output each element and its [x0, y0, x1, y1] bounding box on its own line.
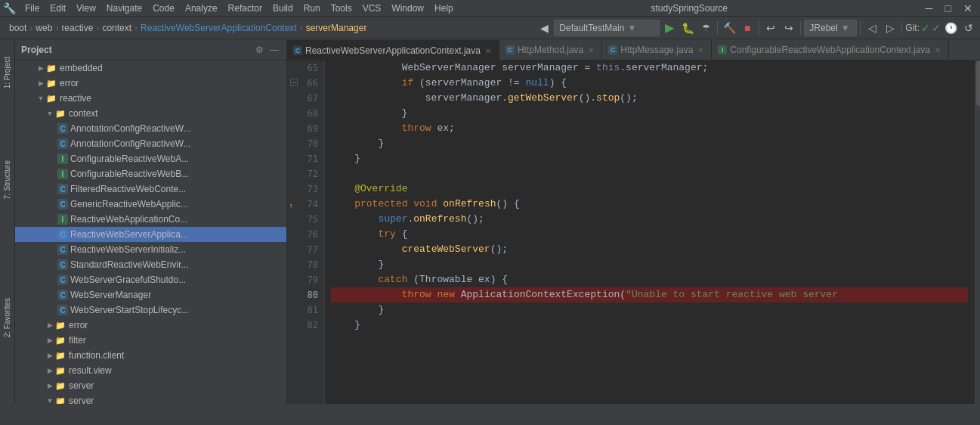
line-82: 82 — [287, 318, 324, 333]
menu-vcs[interactable]: VCS — [358, 2, 386, 15]
back-button[interactable]: ◀ — [536, 20, 552, 36]
next-button[interactable]: ▷ — [882, 20, 898, 36]
coverage-button[interactable]: ☂ — [697, 20, 714, 36]
tab-bar: C ReactiveWebServerApplicationContext.ja… — [287, 39, 980, 60]
toolbar-sep-5 — [901, 21, 902, 35]
tree-item-filter[interactable]: ▶ 📁 filter — [15, 333, 286, 348]
menu-edit[interactable]: Edit — [45, 2, 70, 15]
tree-item-error[interactable]: ▶ 📁 error — [15, 318, 286, 333]
menu-navigate[interactable]: Navigate — [102, 2, 147, 15]
close-button[interactable]: ✕ — [959, 2, 977, 14]
build-button[interactable]: 🔨 — [721, 20, 737, 36]
panel-settings-icon[interactable]: ⚙ — [253, 44, 265, 56]
tab-reactive-context[interactable]: C ReactiveWebServerApplicationContext.ja… — [287, 40, 499, 60]
menu-code[interactable]: Code — [148, 2, 179, 15]
run-config-dropdown[interactable]: DefaultTestMain ▼ — [554, 20, 660, 36]
side-icons-left: 1: Project 7: Structure 2: Favorites — [0, 39, 15, 404]
fold-66-icon[interactable]: − — [290, 79, 298, 86]
structure-tab-icon[interactable]: 7: Structure — [1, 150, 14, 210]
code-line-75: super.onRefresh(); — [331, 212, 968, 227]
tree-item-file-3[interactable]: I ConfigurableReactiveWebB... — [15, 166, 286, 181]
tree-arrow-filter: ▶ — [45, 337, 54, 344]
menu-file[interactable]: File — [20, 2, 44, 15]
tree-item-result[interactable]: ▶ 📁 result.view — [15, 363, 286, 378]
tree-item-file-5[interactable]: C GenericReactiveWebApplic... — [15, 197, 286, 212]
tree-item-file-11[interactable]: C WebServerManager — [15, 287, 286, 302]
tree-item-error-top[interactable]: ▶ 📁 error — [15, 76, 286, 91]
git-history-button[interactable]: 🕐 — [942, 20, 959, 36]
java-c-icon-7: C — [57, 229, 68, 240]
tab-httpmessage[interactable]: C HttpMessage.java ✕ — [602, 40, 712, 60]
line-77: 77 — [287, 242, 324, 257]
tree-item-file-9[interactable]: C StandardReactiveWebEnvir... — [15, 257, 286, 272]
code-editor: 65 66 − 67 68 69 70 71 72 73 74 ↑ 75 76 … — [287, 60, 980, 404]
tree-item-file-8[interactable]: C ReactiveWebServerInitializ... — [15, 242, 286, 257]
folder-icon-reactive: 📁 — [45, 92, 57, 104]
stop-button[interactable]: ■ — [739, 20, 756, 36]
tree-item-file-6[interactable]: I ReactiveWebApplicationCo... — [15, 212, 286, 227]
tab-close-2[interactable]: ✕ — [696, 46, 705, 54]
code-line-79: catch (Throwable ex) { — [331, 272, 968, 287]
breadcrumb-class[interactable]: ReactiveWebServerApplicationContext — [141, 23, 297, 33]
menu-refactor[interactable]: Refactor — [224, 2, 267, 15]
menu-help[interactable]: Help — [430, 2, 458, 15]
tab-configurable[interactable]: I ConfigurableReactiveWebApplicationCont… — [712, 40, 949, 60]
java-c-icon-5: C — [57, 199, 68, 209]
tab-httpmethod[interactable]: C HttpMethod.java ✕ — [499, 40, 602, 60]
tree-item-server2[interactable]: ▼ 📁 server — [15, 393, 286, 404]
tree-item-file-2[interactable]: I ConfigurableReactiveWebA... — [15, 151, 286, 166]
menu-window[interactable]: Window — [387, 2, 428, 15]
prev-button[interactable]: ◁ — [864, 20, 880, 36]
git-revert-button[interactable]: ↺ — [960, 20, 977, 36]
java-c-icon-10: C — [57, 275, 68, 285]
menu-tools[interactable]: Tools — [326, 2, 357, 15]
tree-item-server[interactable]: ▶ 📁 server — [15, 378, 286, 393]
code-line-76: try { — [331, 227, 968, 242]
jrebel-dropdown[interactable]: JRebel ▼ — [804, 20, 857, 36]
favorites-tab-icon[interactable]: 2: Favorites — [1, 287, 14, 348]
tree-item-file-7[interactable]: C ReactiveWebServerApplica... — [15, 227, 286, 242]
line-number-gutter: 65 66 − 67 68 69 70 71 72 73 74 ↑ 75 76 … — [287, 60, 325, 404]
tab-label-1: HttpMethod.java — [518, 45, 583, 55]
tree-item-file-0[interactable]: C AnnotationConfigReactiveW... — [15, 121, 286, 136]
breadcrumb-web[interactable]: web — [36, 23, 52, 33]
tree-arrow-embedded: ▶ — [36, 64, 45, 72]
code-content[interactable]: WebServerManager serverManager = this.se… — [325, 60, 974, 404]
breadcrumb-method[interactable]: serverManager — [306, 23, 367, 33]
tab-close-0[interactable]: ✕ — [484, 47, 493, 55]
panel-collapse-icon[interactable]: — — [268, 44, 280, 56]
tree-item-function[interactable]: ▶ 📁 function.client — [15, 348, 286, 363]
code-line-65: WebServerManager serverManager = this.se… — [331, 60, 968, 76]
menu-run[interactable]: Run — [299, 2, 325, 15]
scrollbar-thumb[interactable] — [976, 60, 980, 106]
line-78: 78 — [287, 257, 324, 272]
git-check-icon: ✓ — [921, 22, 930, 34]
tree-item-file-10[interactable]: C WebServerGracefulShutdo... — [15, 272, 286, 287]
line-74: 74 ↑ — [287, 197, 324, 212]
tree-item-embedded[interactable]: ▶ 📁 embedded — [15, 60, 286, 76]
tab-close-3[interactable]: ✕ — [933, 46, 942, 54]
code-line-70: } — [331, 136, 968, 151]
breadcrumb-context[interactable]: context — [102, 23, 131, 33]
run-button[interactable]: ▶ — [661, 20, 678, 36]
tree-item-context[interactable]: ▼ 📁 context — [15, 106, 286, 121]
tree-arrow-result: ▶ — [45, 367, 54, 374]
menu-build[interactable]: Build — [268, 2, 298, 15]
breadcrumb-reactive[interactable]: reactive — [61, 23, 93, 33]
undo-button[interactable]: ↩ — [762, 20, 779, 36]
debug-button[interactable]: 🐛 — [679, 20, 696, 36]
tab-close-1[interactable]: ✕ — [586, 46, 595, 54]
tree-item-reactive[interactable]: ▼ 📁 reactive — [15, 91, 286, 106]
breadcrumb-boot[interactable]: boot — [9, 23, 26, 33]
panel-title: Project — [21, 45, 250, 55]
redo-button[interactable]: ↪ — [781, 20, 797, 36]
project-tab-icon[interactable]: 1: Project — [0, 42, 15, 103]
line-67: 67 — [287, 91, 324, 106]
maximize-button[interactable]: □ — [941, 2, 956, 14]
tree-item-file-1[interactable]: C AnnotationConfigReactiveW... — [15, 136, 286, 151]
tree-item-file-12[interactable]: C WebServerStartStopLifecyc... — [15, 302, 286, 318]
minimize-button[interactable]: ─ — [921, 2, 938, 14]
menu-analyze[interactable]: Analyze — [181, 2, 222, 15]
tree-item-file-4[interactable]: C FilteredReactiveWebConte... — [15, 181, 286, 197]
menu-view[interactable]: View — [72, 2, 100, 15]
